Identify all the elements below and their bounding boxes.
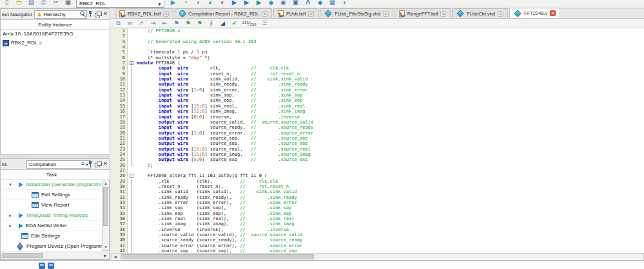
analysis-synthesis-icon[interactable]: ◔: [181, 0, 190, 6]
code-text: input wire [15:0] sink_imag, // .sink_im…: [137, 109, 305, 114]
current-project-combobox[interactable]: RBK2_RDL ▼: [76, 0, 164, 8]
task-row-edit-settings[interactable]: Edit Settings: [1, 231, 102, 241]
fold-collapse-icon[interactable]: −: [130, 61, 133, 65]
bookmark-toggle-icon[interactable]: ⚑: [173, 19, 180, 28]
document-tab-fft2048-v[interactable]: FFT2048.v×: [509, 8, 560, 18]
goto-line-icon[interactable]: ↱: [138, 19, 145, 28]
document-tab-fusb-bdf[interactable]: FUsb.bdf×: [273, 8, 318, 18]
chip-planner-icon[interactable]: ▣: [291, 0, 300, 6]
task-row-assembler-generate-programmi[interactable]: ▾Assembler (Generate programmi: [1, 180, 102, 190]
fold-margin: [128, 33, 135, 39]
open-file-icon[interactable]: 🗀: [15, 0, 23, 6]
code-line: 29 .clk (clk), // clk.clk: [111, 179, 644, 184]
message-filter-icon[interactable]: [48, 263, 54, 269]
line-count-icon[interactable]: ²⁶¹⁄₂₅₆: [242, 19, 257, 28]
navigator-view-combobox[interactable]: Hierarchy ▼: [34, 10, 87, 19]
tab-close-icon[interactable]: ×: [383, 11, 389, 17]
tab-close-icon[interactable]: ×: [308, 11, 314, 17]
task-row-edit-settings[interactable]: Edit Settings: [1, 190, 102, 200]
expand-icon[interactable]: ▸: [7, 213, 14, 218]
document-tab-rbk2-rdl-bdf[interactable]: RBK2_RDL.bdf×: [115, 8, 173, 18]
tasks-vertical-scrollbar[interactable]: ▲ ▼: [102, 180, 110, 251]
cut-icon[interactable]: ✂: [52, 0, 60, 6]
menu-icon[interactable]: ≡: [80, 161, 86, 167]
code-text: .reset_n (reset_n), // rst.reset_n: [137, 184, 289, 189]
run-rtl-icon[interactable]: ▶: [242, 0, 251, 6]
attach-icon[interactable]: ∮: [208, 19, 215, 28]
close-icon[interactable]: ×: [102, 11, 108, 17]
fold-margin: [128, 131, 135, 136]
pin-icon[interactable]: [88, 11, 93, 17]
code-text: .sink_real (sink_real), // .sink_real: [137, 216, 294, 221]
fitter-icon[interactable]: ◑: [193, 0, 202, 6]
scroll-down-icon[interactable]: ▼: [102, 244, 109, 250]
save-icon[interactable]: ▤: [27, 0, 35, 6]
code-line: 18 output wire source_valid, // source.s…: [111, 120, 644, 125]
task-row-view-report[interactable]: View Report: [1, 200, 102, 210]
assembler-icon[interactable]: ◕: [206, 0, 214, 6]
netlist-viewer-icon[interactable]: ◉: [279, 0, 288, 6]
scroll-left-icon[interactable]: ◀: [112, 254, 119, 260]
line-number: 4: [111, 44, 125, 50]
new-file-icon[interactable]: ▯: [3, 0, 11, 6]
tab-close-icon[interactable]: ×: [440, 11, 446, 17]
scroll-right-icon[interactable]: ▶: [102, 252, 109, 259]
assignment-editor-icon[interactable]: A: [304, 0, 312, 6]
tasks-horizontal-scrollbar[interactable]: ▶: [1, 252, 110, 259]
device-tree-node[interactable]: Arria 10: 10AS016E4F27E35G: [1, 30, 110, 39]
search-icon[interactable]: [80, 11, 86, 17]
new-window-copy-icon[interactable]: ⧉: [115, 19, 122, 28]
tasks-tab[interactable]: ks: [2, 162, 7, 167]
task-row-program-device-open-programmer[interactable]: Program Device (Open Programmer): [1, 241, 102, 251]
float-window-icon[interactable]: [95, 162, 101, 167]
fold-margin: [128, 50, 135, 55]
bookmark-prev-icon[interactable]: ⚑: [196, 19, 203, 28]
close-icon[interactable]: ×: [102, 161, 108, 167]
tab-close-icon[interactable]: ×: [163, 11, 169, 17]
run-icon[interactable]: ▶: [230, 0, 239, 6]
code-editor[interactable]: 1 // FFT2048.v23 // Generated using ACDS…: [111, 28, 644, 254]
document-tab-compilation-report-rbk2-rdl[interactable]: Compilation Report - RBK2_RDL×: [175, 8, 272, 18]
fold-margin: [128, 136, 135, 141]
timing-analyzer-icon[interactable]: ◆: [267, 0, 275, 6]
copy-icon[interactable]: ▣: [64, 0, 72, 6]
start-compilation-icon[interactable]: ▶: [169, 0, 177, 6]
task-label: Edit Settings: [31, 233, 60, 239]
line-number: 35: [111, 211, 125, 216]
expand-icon[interactable]: ▸: [7, 223, 14, 228]
task-label: View Report: [41, 202, 69, 208]
document-tab-fusb-fifostssig-vhd[interactable]: FUsb_FifoStsSig.vhd×: [320, 8, 393, 18]
fold-collapse-icon[interactable]: −: [130, 174, 133, 178]
float-window-icon[interactable]: [95, 12, 101, 17]
fold-margin: [128, 55, 135, 60]
project-navigator-tab[interactable]: ect Navigator: [2, 12, 32, 17]
collapse-icon[interactable]: ▾: [7, 182, 14, 187]
programmer-icon[interactable]: ◗: [340, 0, 349, 6]
document-tab-rangefft-bdf[interactable]: RangeFFT.bdf×: [395, 8, 451, 18]
bookmark-next-icon[interactable]: ⚑: [184, 19, 191, 28]
comment-block-icon[interactable]: ◢: [219, 19, 226, 28]
document-tab-fusbctrl-vhd[interactable]: FUsbCtrl.vhd×: [452, 8, 508, 18]
align-icon[interactable]: ☰: [261, 19, 268, 28]
find-binoculars-icon[interactable]: ∞: [126, 19, 133, 28]
bdf-file-icon: [399, 10, 405, 17]
indent-increase-icon[interactable]: ⇥: [150, 19, 157, 28]
code-text: // FFT2048.v: [137, 28, 180, 33]
indent-decrease-icon[interactable]: ⇤: [161, 19, 168, 28]
pin-icon[interactable]: [88, 161, 93, 167]
entity-tree-node[interactable]: RBK2_RDL b: [1, 39, 110, 48]
task-row-eda-netlist-writer[interactable]: ▸EDA Netlist Writer: [1, 221, 102, 231]
pin-planner-icon[interactable]: ◆: [316, 0, 324, 6]
tab-close-icon[interactable]: ×: [498, 11, 503, 17]
syntax-check-icon[interactable]: ✔: [231, 19, 238, 28]
message-info-icon[interactable]: [39, 263, 45, 269]
stop-icon[interactable]: ●: [218, 0, 226, 6]
resource-icon[interactable]: ▦: [328, 0, 337, 6]
line-number: 33: [111, 200, 125, 205]
task-row-timequest-timing-analysis[interactable]: ▸TimeQuest Timing Analysis: [1, 210, 102, 221]
scroll-up-icon[interactable]: ▲: [102, 180, 109, 187]
run-gate-icon[interactable]: ▶: [255, 0, 263, 6]
tab-close-icon[interactable]: ×: [550, 10, 556, 16]
print-icon[interactable]: ⎙: [39, 0, 48, 6]
tab-close-icon[interactable]: ×: [262, 11, 268, 17]
